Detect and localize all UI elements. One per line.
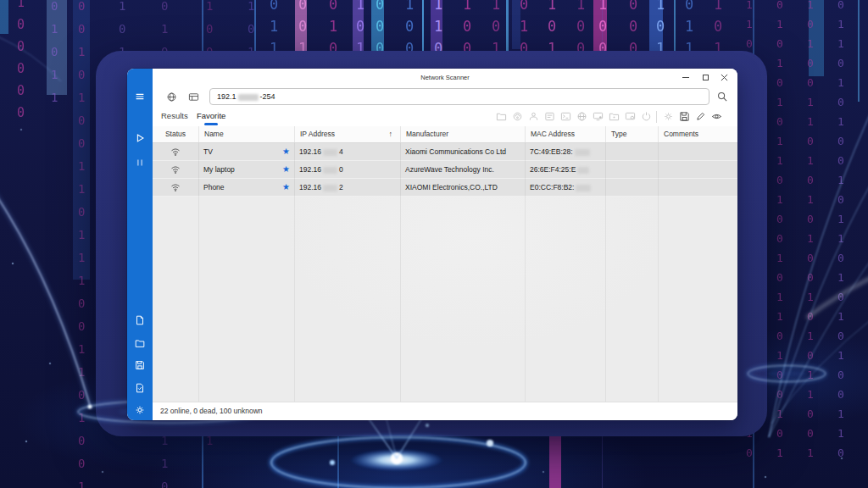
ip-suffix: 2 <box>339 183 343 191</box>
shared-folders-icon[interactable] <box>609 111 620 122</box>
manufacturer-cell: XIAOMI Electronics,CO.,LTD <box>400 179 525 196</box>
table-row[interactable]: TV★ 192.164 Xiaomi Communications Co Ltd… <box>153 143 737 161</box>
redacted-ip-segment <box>238 94 259 101</box>
ip-range-input[interactable]: 192.1-254 <box>209 88 709 105</box>
binary-digit-column: 0 1 0 1 1 <box>51 0 58 109</box>
options-icon[interactable] <box>663 111 674 122</box>
status-cell <box>153 143 198 160</box>
wifi-icon <box>170 147 181 157</box>
column-header-status[interactable]: Status <box>153 126 198 142</box>
sort-ascending-icon: ↑ <box>389 126 393 142</box>
table-body: TV★ 192.164 Xiaomi Communications Co Ltd… <box>153 143 737 402</box>
pause-scan-icon[interactable] <box>134 157 146 169</box>
tab-favorite[interactable]: Favorite <box>197 108 225 126</box>
tab-results[interactable]: Results <box>161 108 188 126</box>
remote-access-icon[interactable] <box>528 111 539 122</box>
device-name: My laptop <box>203 165 235 174</box>
open-folder-icon[interactable] <box>134 337 146 349</box>
mac-prefix: 7C:49:EB:28: <box>530 147 573 156</box>
ip-range-icon[interactable] <box>188 92 199 103</box>
column-header-ip-label: IP Address <box>300 130 335 138</box>
view-icon[interactable] <box>711 111 722 122</box>
new-file-icon[interactable] <box>134 314 146 326</box>
address-toolbar: 192.1-254 <box>153 86 737 108</box>
comments-cell <box>658 143 737 160</box>
close-button[interactable] <box>715 69 733 86</box>
report-icon[interactable] <box>134 382 146 394</box>
remote-services-icon[interactable] <box>625 111 636 122</box>
wake-on-lan-icon[interactable] <box>593 111 604 122</box>
ip-prefix: 192.16 <box>299 183 321 191</box>
favorite-star-icon[interactable]: ★ <box>282 161 290 178</box>
column-header-ip[interactable]: IP Address↑ <box>294 126 400 142</box>
search-icon[interactable] <box>717 92 728 103</box>
name-cell: My laptop★ <box>198 161 294 178</box>
status-bar: 22 online, 0 dead, 100 unknown <box>153 402 737 420</box>
comments-cell <box>658 179 737 196</box>
wifi-icon <box>170 164 181 175</box>
new-window-icon[interactable] <box>496 111 507 122</box>
comments-cell <box>658 161 737 178</box>
bg-bar <box>0 0 8 34</box>
ip-cell: 192.164 <box>294 143 400 160</box>
status-cell <box>153 179 198 196</box>
edit-icon[interactable] <box>695 111 706 122</box>
menu-icon[interactable] <box>134 91 146 103</box>
manufacturer-cell: AzureWave Technology Inc. <box>400 161 525 178</box>
toolbar-separator <box>656 111 657 123</box>
favorite-star-icon[interactable]: ★ <box>282 179 290 196</box>
name-cell: TV★ <box>198 143 294 160</box>
binary-digit-column: 1 0 0 0 0 0 <box>17 0 25 124</box>
minimize-button[interactable] <box>676 69 695 86</box>
shutdown-icon[interactable] <box>641 111 652 122</box>
binary-digit-column: 0 1 1 0 1 0 1 0 0 1 0 1 1 0 1 0 1 0 1 0 … <box>837 0 844 463</box>
main-area: Network Scanner 192.1-254 <box>153 69 737 420</box>
table-row[interactable]: Phone★ 192.162 XIAOMI Electronics,CO.,LT… <box>153 179 737 197</box>
type-cell <box>605 161 658 178</box>
properties-icon[interactable] <box>544 111 555 122</box>
column-header-manufacturer[interactable]: Manufacturer <box>400 126 525 142</box>
ip-prefix: 192.16 <box>299 165 321 174</box>
binary-digit-column: 0 1 0 1 0 1 0 1 1 0 1 0 0 1 0 1 1 0 1 0 … <box>776 0 783 463</box>
redacted-ip <box>323 149 337 156</box>
maximize-icon <box>703 75 709 80</box>
column-header-name[interactable]: Name <box>198 126 294 142</box>
favorite-star-icon[interactable]: ★ <box>282 143 290 160</box>
terminal-icon[interactable] <box>560 111 571 122</box>
sidebar <box>127 69 153 420</box>
mac-prefix: E0:CC:F8:B2: <box>530 183 574 191</box>
globe-icon[interactable] <box>166 92 177 103</box>
star-dots <box>0 0 2 2</box>
binary-digit-column: 0 0 1 0 1 0 0 1 1 0 1 1 1 0 0 1 1 0 1 0 … <box>78 0 85 488</box>
ip-suffix: 0 <box>339 165 343 174</box>
ip-suffix: 4 <box>339 147 343 156</box>
table-row[interactable]: My laptop★ 192.160 AzureWave Technology … <box>153 161 737 179</box>
device-name: TV <box>203 147 213 156</box>
type-cell <box>605 143 658 160</box>
web-scan-icon[interactable] <box>512 111 523 122</box>
name-cell: Phone★ <box>198 179 294 196</box>
ip-range-suffix: -254 <box>260 92 275 101</box>
start-scan-icon[interactable] <box>134 132 146 144</box>
device-name: Phone <box>203 183 225 191</box>
maximize-button[interactable] <box>696 69 715 86</box>
desktop-background: 1 0 0 0 0 00 1 0 1 10 0 1 0 1 0 0 1 1 0 … <box>0 0 868 488</box>
redacted-ip <box>323 167 337 174</box>
ip-cell: 192.160 <box>294 161 400 178</box>
mac-cell: 7C:49:EB:28: <box>525 143 605 160</box>
column-header-mac[interactable]: MAC Address <box>525 126 605 142</box>
minimize-icon <box>682 77 689 78</box>
save-icon[interactable] <box>679 111 690 122</box>
table-header: Status Name IP Address↑ Manufacturer MAC… <box>153 126 737 143</box>
save-file-icon[interactable] <box>134 359 146 371</box>
status-cell <box>153 161 198 178</box>
column-header-type[interactable]: Type <box>605 126 658 142</box>
column-header-comments[interactable]: Comments <box>658 126 737 142</box>
settings-icon[interactable] <box>134 404 146 416</box>
redacted-mac <box>576 185 591 191</box>
redacted-mac <box>577 167 589 174</box>
manufacturer-cell: Xiaomi Communications Co Ltd <box>400 143 525 160</box>
status-summary: 22 online, 0 dead, 100 unknown <box>160 407 263 415</box>
window-title: Network Scanner <box>153 69 737 86</box>
web-browser-icon[interactable] <box>576 111 587 122</box>
